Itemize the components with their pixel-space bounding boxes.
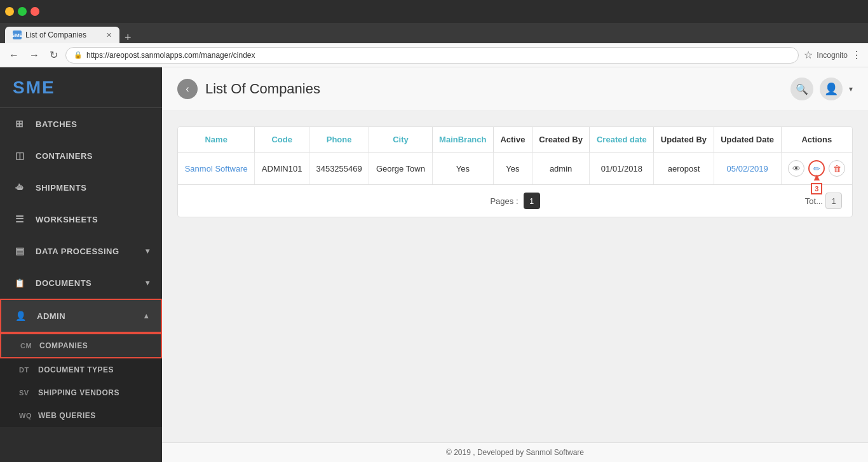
worksheets-label: WORKSHEETS bbox=[36, 215, 98, 224]
menu-button[interactable]: ⋮ bbox=[851, 49, 862, 61]
cell-active: Yes bbox=[494, 153, 532, 185]
cell-name[interactable]: Sanmol Software bbox=[178, 153, 255, 185]
browser-actions: ☆ Incognito ⋮ bbox=[804, 49, 862, 61]
back-nav-button[interactable]: ← bbox=[6, 48, 22, 62]
sidebar-item-document-types[interactable]: DT DOCUMENT TYPES bbox=[0, 358, 162, 381]
pages-label: Pages : bbox=[490, 196, 518, 206]
annotation-3: ▲ 3 bbox=[811, 172, 822, 194]
view-button[interactable]: 👁 bbox=[788, 160, 804, 177]
sub-nav: CM COMPANIES ◄ 2 DT DOCUMENT TYPES SV SH… bbox=[0, 333, 162, 427]
admin-icon bbox=[14, 309, 28, 323]
total-value: 1 bbox=[825, 193, 842, 209]
header-search-button[interactable]: 🔍 bbox=[790, 78, 813, 100]
user-avatar-icon: 👤 bbox=[824, 82, 838, 96]
web-queries-label: WEB QUERIES bbox=[38, 411, 96, 420]
sidebar-item-shipping-vendors[interactable]: SV SHIPPING VENDORS bbox=[0, 381, 162, 404]
documents-icon bbox=[13, 276, 27, 290]
main-content: ‹ List Of Companies 🔍 👤 ▾ Nam bbox=[162, 67, 868, 462]
sidebar-item-web-queries[interactable]: WQ WEB QUERIES bbox=[0, 404, 162, 427]
data-processing-arrow: ▾ bbox=[146, 247, 150, 255]
delete-button[interactable]: 🗑 bbox=[829, 160, 845, 177]
cell-updated-date: 05/02/2019 bbox=[714, 153, 781, 185]
forward-nav-button[interactable]: → bbox=[27, 48, 42, 62]
shipping-vendors-label: SHIPPING VENDORS bbox=[38, 388, 119, 397]
trash-icon: 🗑 bbox=[833, 164, 841, 173]
star-button[interactable]: ☆ bbox=[804, 49, 813, 61]
page-title: List Of Companies bbox=[205, 81, 320, 97]
minimize-button[interactable] bbox=[5, 7, 14, 16]
data-processing-label: DATA PROCESSING bbox=[36, 247, 119, 256]
col-name: Name bbox=[178, 127, 255, 153]
tab-close-icon[interactable]: ✕ bbox=[106, 31, 112, 39]
cell-actions: 👁 ✏ 🗑 bbox=[781, 153, 852, 185]
dt-prefix: DT bbox=[19, 366, 32, 374]
admin-section: ADMIN ▴ ◄ 1 bbox=[0, 299, 162, 333]
cell-main-branch: Yes bbox=[432, 153, 494, 185]
close-button[interactable] bbox=[31, 7, 39, 16]
header-actions: 🔍 👤 ▾ bbox=[790, 78, 853, 100]
new-tab-button[interactable]: + bbox=[125, 32, 132, 43]
incognito-label: Incognito bbox=[817, 51, 848, 60]
table-card: Name Code Phone City MainBranch Active C… bbox=[177, 126, 853, 217]
worksheets-icon bbox=[13, 212, 27, 226]
cell-created-by: admin bbox=[532, 153, 590, 185]
back-button[interactable]: ‹ bbox=[177, 79, 198, 99]
col-updated-by: Updated By bbox=[654, 127, 714, 153]
sidebar: SME BATCHES CONTAINERS SHIPMENTS WORKSHE… bbox=[0, 67, 162, 462]
maximize-button[interactable] bbox=[18, 7, 27, 16]
active-tab[interactable]: SME List of Companies ✕ bbox=[5, 27, 119, 43]
sidebar-item-admin[interactable]: ADMIN ▴ bbox=[0, 299, 162, 333]
header-dropdown-arrow[interactable]: ▾ bbox=[849, 85, 853, 93]
search-icon: 🔍 bbox=[796, 83, 808, 95]
header-user-button[interactable]: 👤 bbox=[820, 78, 843, 100]
companies-label: COMPANIES bbox=[39, 341, 88, 350]
address-bar[interactable]: 🔒 https://areopost.sanmolapps.com/manage… bbox=[65, 47, 799, 64]
cell-phone: 3453255469 bbox=[309, 153, 369, 185]
admin-label: ADMIN bbox=[37, 311, 65, 321]
sidebar-item-worksheets[interactable]: WORKSHEETS bbox=[0, 203, 162, 235]
reload-button[interactable]: ↻ bbox=[47, 48, 60, 62]
admin-arrow: ▴ bbox=[144, 311, 149, 320]
companies-section: CM COMPANIES ◄ 2 bbox=[0, 333, 162, 358]
sidebar-item-documents[interactable]: DOCUMENTS ▾ bbox=[0, 267, 162, 299]
documents-label: DOCUMENTS bbox=[36, 278, 92, 288]
header-row: Name Code Phone City MainBranch Active C… bbox=[178, 127, 852, 153]
col-main-branch: MainBranch bbox=[432, 127, 494, 153]
sidebar-item-containers[interactable]: CONTAINERS bbox=[0, 140, 162, 172]
wq-prefix: WQ bbox=[19, 412, 32, 419]
batches-label: BATCHES bbox=[36, 119, 77, 129]
cell-updated-by: aeropost bbox=[654, 153, 714, 185]
table-row: Sanmol Software ADMIN101 3453255469 Geor… bbox=[178, 153, 852, 185]
total-section: Tot... 1 bbox=[805, 193, 842, 209]
sidebar-logo: SME bbox=[0, 67, 162, 108]
content-area: Name Code Phone City MainBranch Active C… bbox=[162, 111, 868, 442]
pagination-row: Pages : 1 Tot... 1 bbox=[178, 184, 852, 217]
lock-icon: 🔒 bbox=[74, 51, 83, 59]
col-code: Code bbox=[255, 127, 309, 153]
table-body: Sanmol Software ADMIN101 3453255469 Geor… bbox=[178, 153, 852, 185]
batches-icon bbox=[13, 117, 27, 131]
back-arrow-icon: ‹ bbox=[186, 83, 189, 95]
eye-icon: 👁 bbox=[792, 164, 801, 173]
app-container: SME BATCHES CONTAINERS SHIPMENTS WORKSHE… bbox=[0, 67, 868, 462]
dataproc-icon bbox=[13, 244, 27, 258]
col-actions: Actions bbox=[781, 127, 852, 153]
col-city: City bbox=[369, 127, 432, 153]
sidebar-nav: BATCHES CONTAINERS SHIPMENTS WORKSHEETS … bbox=[0, 108, 162, 462]
sidebar-item-companies[interactable]: CM COMPANIES bbox=[0, 333, 162, 358]
col-active: Active bbox=[494, 127, 532, 153]
col-updated-date: Updated Date bbox=[714, 127, 781, 153]
footer-text: © 2019 , Developed by Sanmol Software bbox=[446, 448, 584, 457]
arrow-up-icon: ▲ bbox=[811, 172, 822, 183]
shipments-label: SHIPMENTS bbox=[36, 183, 86, 193]
companies-table: Name Code Phone City MainBranch Active C… bbox=[178, 127, 852, 184]
sidebar-item-batches[interactable]: BATCHES bbox=[0, 108, 162, 140]
sidebar-item-data-processing[interactable]: DATA PROCESSING ▾ bbox=[0, 235, 162, 267]
cell-city: George Town bbox=[369, 153, 432, 185]
browser-chrome bbox=[0, 0, 868, 23]
footer: © 2019 , Developed by Sanmol Software bbox=[162, 442, 868, 462]
table-header: Name Code Phone City MainBranch Active C… bbox=[178, 127, 852, 153]
page-number[interactable]: 1 bbox=[524, 193, 540, 209]
sidebar-item-shipments[interactable]: SHIPMENTS bbox=[0, 172, 162, 203]
col-created-by: Created By bbox=[532, 127, 590, 153]
